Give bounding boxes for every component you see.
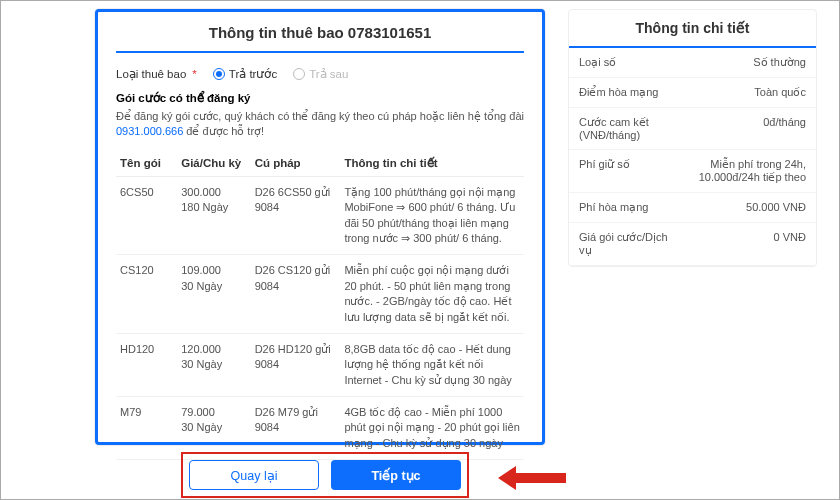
side-info-row: Loại sốSố thường <box>569 48 816 78</box>
side-label: Cước cam kết (VNĐ/tháng) <box>579 116 670 141</box>
table-row: CS120109.000 30 NgàyD26 CS120 gửi 9084Mi… <box>116 255 524 334</box>
th-detail: Thông tin chi tiết <box>340 150 524 177</box>
side-info-row: Giá gói cước/Dịch vụ0 VNĐ <box>569 223 816 266</box>
subscription-info-panel: Thông tin thuê bao 0783101651 Loại thuê … <box>95 9 545 445</box>
plan-syntax: D26 6CS50 gửi 9084 <box>251 176 341 255</box>
table-row: M7979.000 30 NgàyD26 M79 gửi 90844GB tốc… <box>116 397 524 460</box>
th-price: Giá/Chu kỳ <box>177 150 250 177</box>
radio-icon <box>293 68 305 80</box>
table-header-row: Tên gói Giá/Chu kỳ Cú pháp Thông tin chi… <box>116 150 524 177</box>
hotline-link[interactable]: 0931.000.666 <box>116 125 183 137</box>
plan-syntax: D26 M79 gửi 9084 <box>251 397 341 460</box>
side-value: 0 VNĐ <box>678 231 806 257</box>
annotation-arrow-icon <box>498 466 566 490</box>
radio-postpaid: Trả sau <box>293 67 348 81</box>
subscription-type-label: Loại thuê bao <box>116 67 186 81</box>
side-info-row: Phí hòa mạng50.000 VNĐ <box>569 193 816 223</box>
side-info-row: Điểm hòa mạngToàn quốc <box>569 78 816 108</box>
plan-price: 79.000 30 Ngày <box>177 397 250 460</box>
plan-name-link[interactable]: 6CS50 <box>116 176 177 255</box>
radio-prepaid[interactable]: Trả trước <box>213 67 277 81</box>
plan-syntax: D26 CS120 gửi 9084 <box>251 255 341 334</box>
panel-title: Thông tin thuê bao 0783101651 <box>116 24 524 53</box>
plan-detail: Miễn phí cuộc gọi nội mạng dưới 20 phút.… <box>340 255 524 334</box>
radio-icon <box>213 68 225 80</box>
side-panel-title: Thông tin chi tiết <box>569 10 816 48</box>
plan-price: 120.000 30 Ngày <box>177 333 250 396</box>
plan-price: 109.000 30 Ngày <box>177 255 250 334</box>
plans-table: Tên gói Giá/Chu kỳ Cú pháp Thông tin chi… <box>116 150 524 460</box>
side-value: Số thường <box>678 56 806 69</box>
subscription-type-row: Loại thuê bao * Trả trước Trả sau <box>116 67 524 81</box>
side-label: Điểm hòa mạng <box>579 86 670 99</box>
plan-price: 300.000 180 Ngày <box>177 176 250 255</box>
back-button[interactable]: Quay lại <box>189 460 319 490</box>
side-value: Miễn phí trong 24h, 10.000đ/24h tiếp the… <box>678 158 806 184</box>
side-info-row: Cước cam kết (VNĐ/tháng)0đ/tháng <box>569 108 816 150</box>
next-button[interactable]: Tiếp tục <box>331 460 461 490</box>
side-label: Phí giữ số <box>579 158 670 184</box>
plan-syntax: D26 HD120 gửi 9084 <box>251 333 341 396</box>
th-syntax: Cú pháp <box>251 150 341 177</box>
side-info-row: Phí giữ sốMiễn phí trong 24h, 10.000đ/24… <box>569 150 816 193</box>
plan-detail: 8,8GB data tốc độ cao - Hết dung lượng h… <box>340 333 524 396</box>
side-label: Giá gói cước/Dịch vụ <box>579 231 670 257</box>
plan-name-link[interactable]: HD120 <box>116 333 177 396</box>
required-star: * <box>192 68 196 80</box>
detail-side-panel: Thông tin chi tiết Loại sốSố thườngĐiểm … <box>568 9 817 267</box>
plan-heading: Gói cước có thể đăng ký <box>116 91 524 105</box>
plan-name-link[interactable]: CS120 <box>116 255 177 334</box>
side-value: Toàn quốc <box>678 86 806 99</box>
plan-detail: 4GB tốc độ cao - Miễn phí 1000 phút gọi … <box>340 397 524 460</box>
table-row: 6CS50300.000 180 NgàyD26 6CS50 gửi 9084T… <box>116 176 524 255</box>
plan-detail: Tặng 100 phút/tháng gọi nội mạng MobiFon… <box>340 176 524 255</box>
side-value: 0đ/tháng <box>678 116 806 141</box>
action-button-row: Quay lại Tiếp tục <box>181 452 469 498</box>
side-label: Loại số <box>579 56 670 69</box>
table-row: HD120120.000 30 NgàyD26 HD120 gửi 90848,… <box>116 333 524 396</box>
plan-name-link[interactable]: M79 <box>116 397 177 460</box>
plan-subtext: Để đăng ký gói cước, quý khách có thể đă… <box>116 109 524 140</box>
side-value: 50.000 VNĐ <box>678 201 806 214</box>
th-name: Tên gói <box>116 150 177 177</box>
side-label: Phí hòa mạng <box>579 201 670 214</box>
